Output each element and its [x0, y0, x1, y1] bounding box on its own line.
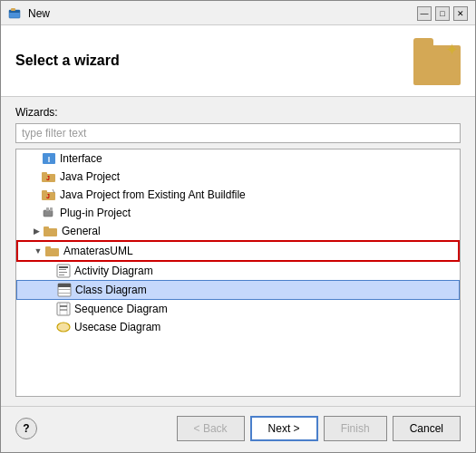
- tree-item-general[interactable]: General: [16, 222, 460, 240]
- minimize-button[interactable]: —: [417, 6, 432, 21]
- svg-rect-26: [58, 289, 71, 290]
- tree-item-sequence[interactable]: Sequence Diagram: [16, 300, 460, 318]
- svg-rect-21: [59, 269, 66, 270]
- tree-item-interface[interactable]: I Interface: [16, 149, 460, 168]
- svg-text:J: J: [46, 175, 50, 181]
- back-button[interactable]: < Back: [177, 416, 245, 441]
- tree-item-label: Java Project: [60, 170, 120, 183]
- sequence-icon: [56, 302, 71, 316]
- general-folder-icon: [44, 224, 58, 238]
- svg-rect-12: [44, 210, 53, 217]
- sparkle-icon: ✦: [445, 40, 459, 60]
- plugin-icon: [42, 206, 56, 220]
- tree-item-activity[interactable]: Activity Diagram: [16, 262, 460, 280]
- wizard-header: Select a wizard ✦: [1, 25, 475, 97]
- svg-point-33: [57, 323, 70, 332]
- next-button[interactable]: Next >: [250, 416, 318, 441]
- tree-item-label: Activity Diagram: [74, 265, 153, 277]
- interface-icon: I: [42, 151, 56, 166]
- amaterasuml-arrow: [33, 246, 44, 256]
- java-folder-icon: J: [42, 169, 56, 184]
- app-icon: [8, 6, 23, 21]
- tree-item-label: Plug-in Project: [60, 207, 131, 219]
- maximize-button[interactable]: □: [435, 6, 450, 21]
- svg-rect-13: [46, 207, 49, 211]
- tree-item-label: Interface: [60, 152, 102, 165]
- tree-item-plugin[interactable]: Plug-in Project: [16, 204, 460, 222]
- svg-text:J: J: [46, 193, 50, 199]
- button-row: ? < Back Next > Finish Cancel: [15, 416, 461, 441]
- tree-item-label: Java Project from Existing Ant Buildfile: [60, 188, 246, 201]
- title-bar: New — □ ✕: [1, 1, 475, 25]
- svg-rect-14: [50, 207, 53, 211]
- general-arrow: [31, 226, 42, 236]
- window-title: New: [28, 7, 417, 20]
- svg-rect-2: [11, 8, 15, 11]
- tree-item-usecase[interactable]: Usecase Diagram: [16, 318, 460, 336]
- wizards-label: Wizards:: [15, 106, 461, 119]
- svg-rect-23: [59, 275, 64, 275]
- cancel-button[interactable]: Cancel: [393, 416, 461, 441]
- header-image: ✦: [406, 38, 461, 85]
- tree-item-label: AmaterasUML: [63, 245, 133, 257]
- activity-icon: [56, 264, 71, 278]
- bottom-bar: ? < Back Next > Finish Cancel: [1, 406, 475, 452]
- usecase-icon: [56, 320, 71, 334]
- filter-input[interactable]: [15, 123, 461, 143]
- finish-button[interactable]: Finish: [324, 416, 387, 441]
- svg-rect-25: [58, 284, 71, 287]
- tree-item-label: Sequence Diagram: [74, 303, 168, 315]
- svg-rect-18: [45, 246, 51, 250]
- tree-item-java-project[interactable]: J Java Project: [16, 168, 460, 186]
- java-ant-icon: J: [42, 188, 56, 202]
- svg-rect-22: [59, 272, 67, 273]
- tree-item-label: Usecase Diagram: [74, 321, 160, 333]
- svg-rect-27: [58, 293, 71, 294]
- svg-rect-20: [59, 266, 68, 268]
- window-controls: — □ ✕: [417, 6, 468, 21]
- svg-rect-16: [44, 226, 49, 230]
- tree-item-java-ant[interactable]: J Java Project from Existing Ant Buildfi…: [16, 186, 460, 204]
- wizard-content: Wizards: I Interface: [1, 97, 475, 406]
- tree-item-amaterasuml[interactable]: AmaterasUML: [16, 240, 460, 262]
- header-title: Select a wizard: [15, 53, 406, 69]
- close-button[interactable]: ✕: [453, 6, 468, 21]
- tree-item-label: General: [62, 225, 101, 237]
- dialog-window: New — □ ✕ Select a wizard ✦ Wizards:: [0, 0, 476, 453]
- tree-item-label: Class Diagram: [75, 284, 147, 296]
- help-button[interactable]: ?: [15, 418, 37, 439]
- tree-item-class[interactable]: Class Diagram: [16, 280, 460, 300]
- class-icon: [57, 283, 72, 297]
- wizard-tree[interactable]: I Interface J Java Project: [15, 149, 461, 397]
- svg-rect-28: [57, 303, 70, 315]
- svg-text:I: I: [48, 155, 51, 164]
- amaterasuml-folder-icon: [45, 244, 60, 258]
